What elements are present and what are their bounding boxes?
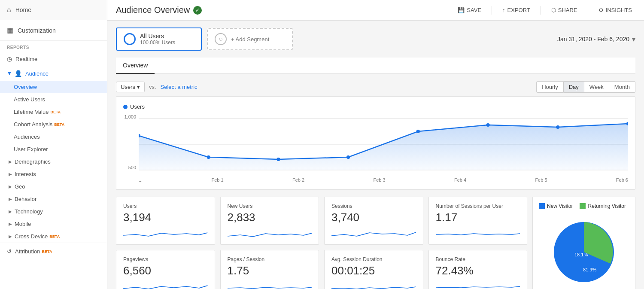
sidebar-item-mobile[interactable]: ▶ Mobile: [0, 218, 107, 230]
stat-pageviews-sparkline: [123, 280, 208, 289]
date-range-selector[interactable]: Jan 31, 2020 - Feb 6, 2020 ▾: [557, 35, 635, 43]
sidebar-item-customization[interactable]: ▦ Customization: [0, 20, 107, 41]
week-button[interactable]: Week: [584, 81, 609, 93]
sidebar-item-lifetime-value[interactable]: Lifetime Value BETA: [0, 106, 107, 118]
new-visitor-color-box: [539, 203, 545, 209]
metric-dropdown[interactable]: Users ▾: [116, 82, 145, 92]
share-button[interactable]: ⬡ SHARE: [548, 5, 581, 15]
all-users-segment[interactable]: All Users 100.00% Users: [116, 27, 202, 51]
header-separator-3: [588, 6, 588, 15]
insights-label: INSIGHTS: [606, 7, 632, 13]
segment-name: All Users: [140, 33, 175, 40]
pie-chart-svg: 18.1% 81.9%: [545, 213, 623, 289]
cross-device-arrow-icon: ▶: [9, 234, 12, 239]
segment-circle-icon: [124, 33, 136, 45]
sidebar-item-overview[interactable]: Overview: [0, 81, 107, 93]
returning-visitor-legend: Returning Visitor: [580, 203, 626, 209]
y-label-1000: 1,000: [123, 114, 136, 119]
audience-icon: 👤: [15, 70, 22, 77]
active-users-label: Active Users: [14, 96, 45, 103]
stat-pageviews: Pageviews 6,560: [116, 250, 215, 289]
stat-new-users-value: 2,833: [228, 211, 312, 224]
stat-avg-session-duration-label: Avg. Session Duration: [331, 256, 416, 262]
stat-pageviews-label: Pageviews: [123, 256, 208, 262]
sidebar-item-attribution[interactable]: ↺ Attribution BETA: [0, 243, 107, 260]
stat-avg-session-duration: Avg. Session Duration 00:01:25: [324, 250, 423, 289]
chart-controls: Users ▾ vs. Select a metric Hourly Day W…: [116, 81, 635, 93]
attribution-icon: ↺: [7, 248, 12, 255]
main-content: Audience Overview ✓ 💾 SAVE ↑ EXPORT ⬡ SH…: [107, 0, 644, 289]
pie-label-new: 81.9%: [583, 267, 596, 272]
export-button[interactable]: ↑ EXPORT: [499, 5, 534, 15]
chart-x-labels: ... Feb 1 Feb 2 Feb 3 Feb 4 Feb 5 Feb 6: [139, 176, 628, 183]
sidebar-item-interests[interactable]: ▶ Interests: [0, 168, 107, 180]
technology-label: Technology: [15, 208, 43, 215]
chart-svg: [139, 114, 628, 174]
insights-button[interactable]: ⚙ INSIGHTS: [595, 5, 635, 15]
stat-sessions-value: 3,740: [331, 211, 416, 224]
sidebar-realtime-label: Realtime: [15, 56, 37, 62]
sidebar-item-audiences[interactable]: Audiences: [0, 131, 107, 143]
month-button[interactable]: Month: [609, 81, 635, 93]
svg-marker-3: [139, 124, 628, 170]
export-icon: ↑: [502, 7, 505, 13]
sidebar-item-cohort-analysis[interactable]: Cohort Analysis BETA: [0, 118, 107, 131]
date-range-label: Jan 31, 2020 - Feb 6, 2020: [557, 36, 629, 43]
sidebar-item-technology[interactable]: ▶ Technology: [0, 205, 107, 218]
behavior-label: Behavior: [15, 196, 36, 202]
realtime-icon: ◷: [7, 55, 12, 62]
hourly-button[interactable]: Hourly: [536, 81, 564, 93]
attribution-beta: BETA: [42, 249, 52, 254]
insights-icon: ⚙: [598, 7, 604, 13]
time-period-buttons: Hourly Day Week Month: [536, 81, 635, 93]
stats-section: Users 3,194 New Users 2,833: [116, 197, 527, 289]
sidebar-item-demographics[interactable]: ▶ Demographics: [0, 155, 107, 168]
save-button[interactable]: 💾 SAVE: [454, 5, 485, 15]
pie-chart-container: New Visitor Returning Visitor: [532, 197, 635, 289]
vs-label: vs.: [149, 84, 156, 90]
sidebar-audience-label: Audience: [25, 70, 49, 77]
stat-bounce-rate-value: 72.43%: [436, 264, 520, 277]
save-label: SAVE: [467, 7, 481, 13]
sidebar-item-behavior[interactable]: ▶ Behavior: [0, 193, 107, 205]
stat-sessions-label: Sessions: [331, 203, 416, 209]
stat-users-value: 3,194: [123, 211, 208, 224]
tab-bar: Overview: [116, 58, 635, 74]
content-area: All Users 100.00% Users ○ + Add Segment …: [107, 21, 644, 289]
sidebar-item-home[interactable]: ⌂ Home: [0, 0, 107, 20]
tab-overview[interactable]: Overview: [116, 58, 155, 74]
overview-label: Overview: [14, 84, 37, 90]
mobile-label: Mobile: [15, 221, 31, 227]
metric-dropdown-arrow-icon: ▾: [137, 84, 140, 90]
y-label-500: 500: [123, 165, 136, 170]
stat-users: Users 3,194: [116, 197, 215, 245]
add-segment-circle-icon: ○: [215, 33, 227, 45]
stat-avg-session-duration-value: 00:01:25: [331, 264, 416, 277]
add-segment-label: + Add Segment: [231, 36, 269, 43]
stat-sessions: Sessions 3,740: [324, 197, 423, 245]
svg-point-5: [207, 155, 210, 159]
cross-device-beta: BETA: [49, 234, 60, 239]
sidebar-item-user-explorer[interactable]: User Explorer: [0, 143, 107, 155]
svg-point-7: [346, 155, 350, 159]
sidebar-item-cross-device[interactable]: ▶ Cross Device BETA: [0, 230, 107, 243]
stat-bounce-rate-label: Bounce Rate: [436, 256, 520, 262]
sidebar-item-audience[interactable]: ▼ 👤 Audience: [0, 66, 107, 81]
select-metric-link[interactable]: Select a metric: [161, 84, 197, 90]
geo-label: Geo: [15, 183, 25, 190]
day-button[interactable]: Day: [564, 81, 584, 93]
stat-new-users-sparkline: [228, 227, 312, 240]
users-legend-label: Users: [130, 103, 145, 110]
audience-chevron-icon: ▼: [7, 70, 12, 76]
share-icon: ⬡: [551, 7, 556, 13]
date-range-chevron-icon: ▾: [632, 35, 635, 43]
sidebar-item-geo[interactable]: ▶ Geo: [0, 180, 107, 193]
stat-bounce-rate-sparkline: [436, 280, 520, 289]
page-header: Audience Overview ✓ 💾 SAVE ↑ EXPORT ⬡ SH…: [107, 0, 644, 21]
share-label: SHARE: [558, 7, 577, 13]
sidebar-item-active-users[interactable]: Active Users: [0, 93, 107, 106]
x-label-feb4: Feb 4: [454, 177, 466, 183]
add-segment-button[interactable]: ○ + Add Segment: [207, 28, 293, 50]
page-title: Audience Overview ✓: [116, 5, 202, 15]
sidebar-item-realtime[interactable]: ◷ Realtime: [0, 52, 107, 66]
